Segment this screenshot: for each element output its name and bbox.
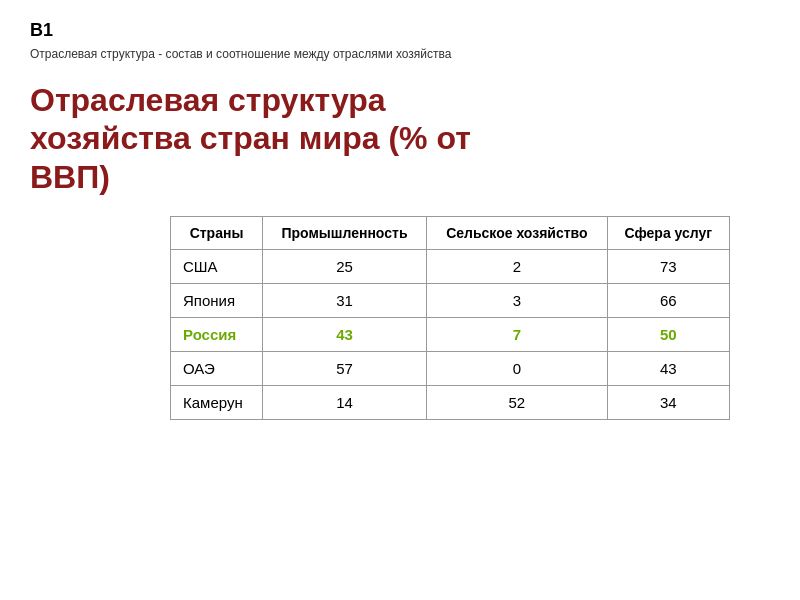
cell-value: 50: [607, 318, 729, 352]
col-header-services: Сфера услуг: [607, 217, 729, 250]
cell-value: 31: [263, 284, 427, 318]
table-row: ОАЭ57043: [171, 352, 730, 386]
cell-value: 66: [607, 284, 729, 318]
cell-value: 2: [427, 250, 608, 284]
table-row: Россия43750: [171, 318, 730, 352]
cell-country: ОАЭ: [171, 352, 263, 386]
cell-value: 57: [263, 352, 427, 386]
cell-value: 73: [607, 250, 729, 284]
cell-value: 43: [263, 318, 427, 352]
main-title: Отраслевая структура хозяйства стран мир…: [30, 81, 490, 196]
cell-value: 14: [263, 386, 427, 420]
cell-country: Россия: [171, 318, 263, 352]
cell-value: 7: [427, 318, 608, 352]
section-label: B1: [30, 20, 770, 41]
col-header-agriculture: Сельское хозяйство: [427, 217, 608, 250]
cell-value: 25: [263, 250, 427, 284]
col-header-industry: Промышленность: [263, 217, 427, 250]
cell-value: 52: [427, 386, 608, 420]
table-row: США25273: [171, 250, 730, 284]
table-row: Камерун145234: [171, 386, 730, 420]
cell-country: Япония: [171, 284, 263, 318]
cell-country: Камерун: [171, 386, 263, 420]
cell-value: 34: [607, 386, 729, 420]
data-table: Страны Промышленность Сельское хозяйство…: [170, 216, 730, 420]
page: B1 Отраслевая структура - состав и соотн…: [0, 0, 800, 440]
table-row: Япония31366: [171, 284, 730, 318]
table-header-row: Страны Промышленность Сельское хозяйство…: [171, 217, 730, 250]
subtitle: Отраслевая структура - состав и соотноше…: [30, 47, 770, 61]
cell-country: США: [171, 250, 263, 284]
table-wrapper: Страны Промышленность Сельское хозяйство…: [170, 216, 770, 420]
cell-value: 0: [427, 352, 608, 386]
cell-value: 43: [607, 352, 729, 386]
col-header-country: Страны: [171, 217, 263, 250]
cell-value: 3: [427, 284, 608, 318]
